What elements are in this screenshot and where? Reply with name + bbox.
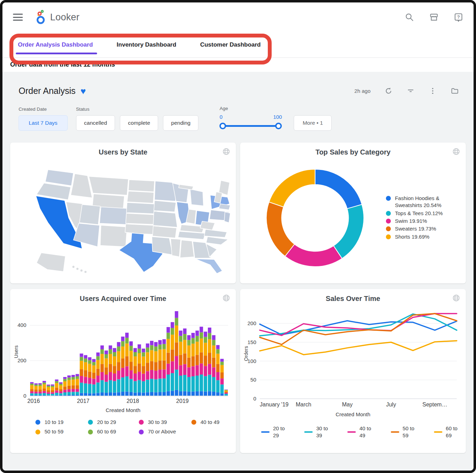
us-map <box>10 156 236 280</box>
state-HI-3 <box>84 271 87 273</box>
state-AR <box>152 226 177 238</box>
status-chip-complete[interactable]: complete <box>120 115 158 131</box>
legend-item[interactable]: Shorts 19.69% <box>386 233 466 240</box>
legend-item[interactable]: 40 to 49 <box>347 425 376 439</box>
status-chip-cancelled[interactable]: cancelled <box>76 115 115 131</box>
legend-item[interactable]: 20 to 29 <box>88 419 139 426</box>
legend-label: 60 to 69 <box>97 428 116 435</box>
svg-text:2017: 2017 <box>77 398 90 404</box>
tile-users-acquired: Users Acquired over Time 020040020162017… <box>10 289 236 453</box>
state-HI-0 <box>72 266 74 268</box>
dashboard-title: Order Analysis <box>19 86 76 96</box>
state-CO <box>100 207 129 225</box>
state-MO <box>153 211 177 227</box>
state-FL <box>196 259 223 274</box>
search-icon[interactable] <box>405 13 414 22</box>
legend-swatch <box>35 420 40 425</box>
legend-item[interactable]: 60 to 69 <box>434 425 463 439</box>
svg-text:50: 50 <box>250 377 256 383</box>
svg-text:0: 0 <box>253 396 256 402</box>
legend-item[interactable]: Fashion Hoodies & Sweatshirts 20.54% <box>386 195 466 209</box>
dashboard-meta: 2h ago <box>354 87 464 95</box>
marketplace-icon[interactable] <box>429 13 438 22</box>
legend-label: 30 to 39 <box>148 419 167 426</box>
globe-icon[interactable] <box>222 148 230 156</box>
legend-label: Fashion Hoodies & Sweatshirts 20.54% <box>395 195 466 209</box>
state-NJ <box>224 212 230 223</box>
looker-brand[interactable]: Looker <box>35 10 80 25</box>
created-date-chip[interactable]: Last 7 Days <box>19 115 68 131</box>
state-LA <box>152 237 172 255</box>
legend-item[interactable]: Sweaters 19.73% <box>386 225 466 232</box>
brand-name: Looker <box>50 12 80 23</box>
slider-handle-min[interactable] <box>219 123 226 129</box>
tab-order-analysis-dashboard[interactable]: Order Analysis Dashboard <box>17 33 94 57</box>
dashboard-header: Order Analysis ♥ 2h ago <box>10 80 466 96</box>
svg-text:Septem…: Septem… <box>422 402 447 407</box>
slider-handle-max[interactable] <box>275 123 282 129</box>
legend-swatch <box>386 196 391 201</box>
page-note: Order data from the last 12 months <box>2 58 474 72</box>
status-chip-pending[interactable]: pending <box>163 115 198 131</box>
tile-grid: Users by State Top Sales by Category <box>10 143 466 453</box>
legend-item[interactable]: Tops & Tees 20.12% <box>386 210 466 217</box>
svg-text:Orders: Orders <box>243 346 249 361</box>
more-filters-button[interactable]: More • 1 <box>294 115 332 131</box>
legend-swatch <box>347 431 356 433</box>
globe-icon[interactable] <box>222 294 230 302</box>
bar-chart-area: 02004002016201720182019Users Created Mon… <box>10 303 236 436</box>
donut-slice-Shorts <box>269 169 315 207</box>
folder-icon[interactable] <box>451 87 459 95</box>
refresh-icon[interactable] <box>385 87 393 95</box>
legend-item[interactable]: 50 to 59 <box>35 428 88 435</box>
svg-text:?: ? <box>457 14 460 20</box>
state-AK <box>36 253 65 272</box>
svg-text:January '19: January '19 <box>260 402 288 407</box>
legend-label: Shorts 19.69% <box>395 233 429 240</box>
state-MI <box>190 189 203 206</box>
legend-item[interactable]: 30 to 39 <box>304 425 333 439</box>
legend-item[interactable]: 40 to 49 <box>191 419 236 426</box>
more-vert-icon[interactable] <box>429 87 437 95</box>
legend-swatch <box>386 226 391 231</box>
legend-label: Swim 19.91% <box>395 218 427 225</box>
favorite-heart-icon[interactable]: ♥ <box>81 87 86 96</box>
menu-icon[interactable] <box>13 14 23 21</box>
age-max-value: 100 <box>273 114 282 120</box>
svg-text:2016: 2016 <box>27 398 40 404</box>
legend-swatch <box>386 219 391 224</box>
filter-list-icon[interactable] <box>407 87 415 95</box>
svg-text:March: March <box>296 402 311 407</box>
legend-item[interactable]: 10 to 19 <box>35 419 88 426</box>
dashboard-tabs: Order Analysis DashboardInventory Dashbo… <box>2 32 474 58</box>
legend-swatch <box>386 211 391 216</box>
tile-title: Users by State <box>10 148 236 156</box>
legend-label: 70 or Above <box>148 428 176 435</box>
tab-customer-dashboard[interactable]: Customer Dashboard <box>199 33 261 57</box>
donut-slice-Fashion Hoodies & Sweatshirts <box>315 169 362 209</box>
globe-icon[interactable] <box>452 294 460 302</box>
legend-item[interactable]: 30 to 39 <box>139 419 191 426</box>
filter-created-date: Created Date Last 7 Days <box>19 107 68 131</box>
svg-text:0: 0 <box>23 393 26 399</box>
state-MA <box>219 204 230 210</box>
age-range-slider: 0 100 <box>219 115 282 131</box>
help-icon[interactable]: ? <box>454 13 463 22</box>
globe-icon[interactable] <box>452 148 460 156</box>
legend-item[interactable]: 70 or Above <box>139 428 191 435</box>
legend-swatch <box>304 431 313 433</box>
tile-users-by-state: Users by State <box>10 143 236 283</box>
slider-track <box>222 125 279 127</box>
legend-swatch <box>386 234 391 239</box>
created-date-label: Created Date <box>19 107 68 112</box>
legend-item[interactable]: 60 to 69 <box>88 428 139 435</box>
line-chart-svg: 050100150200January '19MarchMayJulySepte… <box>243 304 462 409</box>
legend-swatch <box>35 430 40 434</box>
tile-title: Sales Over Time <box>240 295 466 303</box>
legend-label: 10 to 19 <box>45 419 63 426</box>
legend-item[interactable]: 20 to 29 <box>261 425 290 439</box>
legend-item[interactable]: 50 to 59 <box>391 425 420 439</box>
looker-logo-icon <box>35 10 47 25</box>
legend-item[interactable]: Swim 19.91% <box>386 218 466 225</box>
tab-inventory-dashboard[interactable]: Inventory Dashboard <box>116 33 177 57</box>
